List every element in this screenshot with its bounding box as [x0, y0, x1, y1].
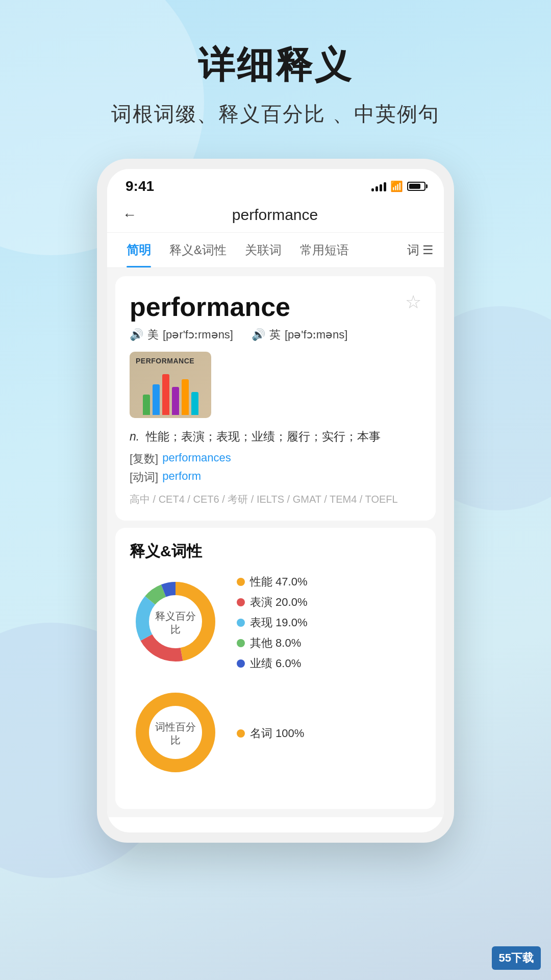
pos-chart-area: 词性百分比 名词 100%	[130, 687, 421, 780]
word-levels: 高中 / CET4 / CET6 / 考研 / IELTS / GMAT / T…	[130, 491, 421, 507]
definition-section: 释义&词性	[115, 528, 436, 809]
status-icons: 📶	[371, 180, 425, 192]
legend-item: 业绩 6.0%	[237, 656, 308, 671]
verb-link[interactable]: perform	[162, 470, 201, 485]
wifi-icon: 📶	[390, 180, 403, 192]
word-card: performance ☆ 🔊 美 [pər'fɔːrməns] 🔊 英 [pə	[115, 276, 436, 521]
tab-definition[interactable]: 释义&词性	[160, 233, 236, 267]
battery-icon	[407, 182, 425, 191]
legend-item: 其他 8.0%	[237, 635, 308, 651]
tabs-bar: 简明 释义&词性 关联词 常用短语 词 ☰	[107, 233, 444, 268]
status-bar: 9:41 📶	[107, 169, 444, 200]
star-button[interactable]: ☆	[405, 291, 421, 313]
legend-dot	[237, 639, 245, 647]
legend-dot	[237, 598, 245, 606]
plural-link[interactable]: performances	[162, 451, 231, 467]
meaning-donut: 释义百分比	[130, 576, 221, 670]
legend-dot	[237, 729, 245, 738]
page-subtitle: 词根词缀、释义百分比 、中英例句	[0, 100, 551, 128]
legend-dot	[237, 659, 245, 668]
word-title: performance	[130, 291, 290, 322]
phone-mockup: 9:41 📶 ← performance	[97, 159, 454, 843]
legend-dot	[237, 619, 245, 627]
pos-legend: 名词 100%	[237, 726, 304, 741]
nav-title: performance	[142, 206, 408, 224]
pos-donut-label: 词性百分比	[153, 720, 198, 747]
tab-brief[interactable]: 简明	[117, 233, 160, 267]
tab-phrases[interactable]: 常用短语	[291, 233, 358, 267]
word-pos-meanings: n. 性能；表演；表现；业绩；履行；实行；本事	[130, 427, 421, 446]
pos-donut: 词性百分比	[130, 687, 221, 780]
speaker-uk-icon: 🔊	[252, 328, 265, 341]
watermark: 55下载	[492, 946, 541, 970]
word-image: PERFORMANCE	[130, 352, 211, 418]
meaning-legend: 性能 47.0% 表演 20.0% 表现 19.0%	[237, 574, 308, 671]
signal-icon	[371, 181, 386, 191]
speaker-us-icon: 🔊	[130, 328, 143, 341]
meaning-donut-label: 释义百分比	[153, 609, 198, 636]
tab-more[interactable]: 词 ☰	[407, 242, 434, 258]
meaning-chart-area: 释义百分比 性能 47.0% 表演 20.0%	[130, 574, 421, 671]
def-section-title: 释义&词性	[130, 541, 421, 562]
legend-item: 性能 47.0%	[237, 574, 308, 590]
legend-item: 名词 100%	[237, 726, 304, 741]
legend-item: 表演 20.0%	[237, 595, 308, 610]
top-nav: ← performance	[107, 200, 444, 233]
legend-item: 表现 19.0%	[237, 615, 308, 630]
uk-pronunciation[interactable]: 🔊 英 [pə'fɔːməns]	[252, 327, 347, 342]
legend-dot	[237, 578, 245, 586]
status-time: 9:41	[126, 178, 154, 194]
back-button[interactable]: ←	[122, 205, 142, 225]
page-title: 详细释义	[0, 41, 551, 90]
word-forms: [复数] performances [动词] perform	[130, 451, 421, 485]
content-area: performance ☆ 🔊 美 [pər'fɔːrməns] 🔊 英 [pə	[107, 268, 444, 817]
tab-related[interactable]: 关联词	[236, 233, 291, 267]
us-pronunciation[interactable]: 🔊 美 [pər'fɔːrməns]	[130, 327, 233, 342]
pronunciations: 🔊 美 [pər'fɔːrməns] 🔊 英 [pə'fɔːməns]	[130, 327, 421, 342]
menu-icon: ☰	[422, 243, 434, 257]
